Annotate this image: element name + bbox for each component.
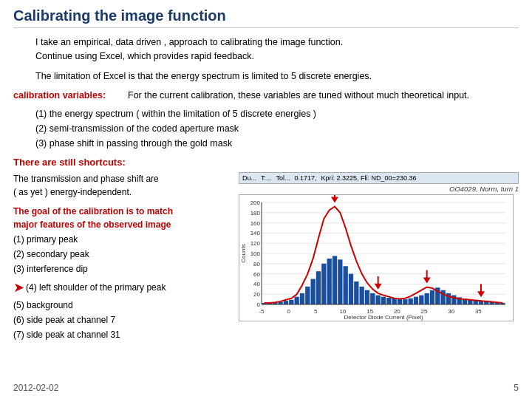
chart-canvas <box>239 194 514 321</box>
calibration-row: calibration variables: For the current c… <box>13 90 519 100</box>
variable-item-1: (1) the energy spectrum ( within the lim… <box>35 106 519 121</box>
chart-title-item-3: Tol... <box>276 174 290 182</box>
red-arrow-icon: ➤ <box>13 277 24 299</box>
shortcuts-heading: There are still shortcuts: <box>13 157 519 168</box>
left-column: The transmission and phase shift are ( a… <box>13 172 231 342</box>
footer-date: 2012-02-02 <box>13 383 58 393</box>
variable-item-3: (3) phase shift in passing through the g… <box>35 136 519 151</box>
bottom-section: The transmission and phase shift are ( a… <box>13 172 519 342</box>
limitation-text: The limitation of Excel is that the ener… <box>35 69 519 83</box>
variables-list: (1) the energy spectrum ( within the lim… <box>35 106 519 151</box>
chart-title-bar: Du... T:... Tol... 0.1717, Kpri: 2.3225,… <box>239 172 519 184</box>
goal-list: (1) primary peak (2) secondary peak (3) … <box>13 233 231 342</box>
chart-title-item-4: 0.1717, <box>295 174 317 182</box>
goal-item-5: (5) background <box>13 299 231 313</box>
intro-text: I take an empirical, data driven , appro… <box>35 35 519 64</box>
footer-page: 5 <box>514 383 519 393</box>
page-title: Calibrating the image function <box>13 7 519 28</box>
page-container: Calibrating the image function I take an… <box>0 0 532 399</box>
chart-title-item-1: Du... <box>242 174 256 182</box>
chart-title-item-2: T:... <box>261 174 272 182</box>
chart-column: Du... T:... Tol... 0.1717, Kpri: 2.3225,… <box>239 172 519 320</box>
variable-item-2: (2) semi-transmission of the coded apert… <box>35 121 519 136</box>
footer: 2012-02-02 5 <box>13 383 519 393</box>
chart-title-item-5: Kpri: 2.3225, Fli: ND_00=230.36 <box>321 174 417 182</box>
goal-title: The goal of the calibration is to match … <box>13 205 231 231</box>
goal-item-1: (1) primary peak <box>13 233 231 248</box>
transmission-text: The transmission and phase shift are ( a… <box>13 172 231 199</box>
goal-item-7: (7) side peak at channel 31 <box>13 328 231 343</box>
goal-item-4: ➤ (4) left shoulder of the primary peak <box>13 277 231 299</box>
chart-subtitle: OO4029, Norm, turn 1 <box>239 185 519 193</box>
goal-item-3: (3) interference dip <box>13 262 231 277</box>
calibration-description: For the current calibration, these varia… <box>128 90 469 100</box>
goal-item-6: (6) side peak at channel 7 <box>13 313 231 328</box>
goal-item-2: (2) secondary peak <box>13 248 231 262</box>
calibration-label: calibration variables: <box>13 90 128 100</box>
